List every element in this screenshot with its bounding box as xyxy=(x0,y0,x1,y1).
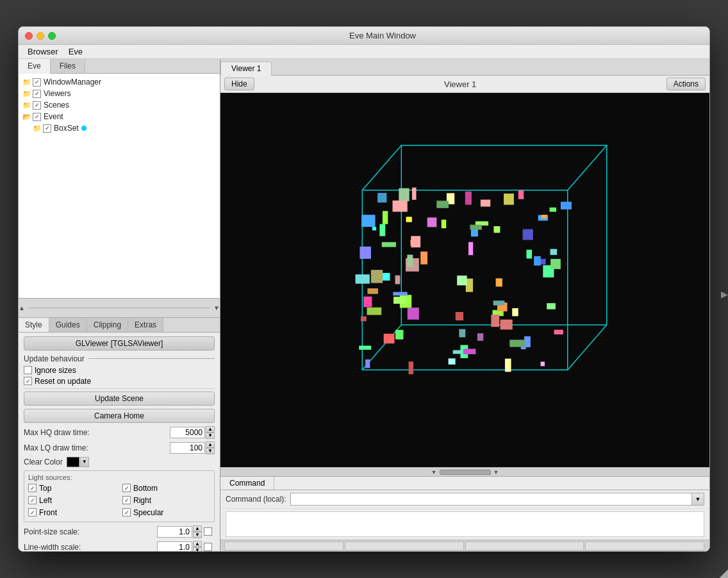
reset-on-update-checkbox[interactable] xyxy=(24,377,32,385)
max-hq-input[interactable] xyxy=(170,427,205,438)
clear-color-row: Clear Color ▼ xyxy=(24,457,215,467)
point-size-input[interactable] xyxy=(157,526,192,538)
minimize-button[interactable] xyxy=(37,32,44,40)
settings-tabs: Style Guides Clipping Extras xyxy=(19,318,220,333)
tree-checkbox-windowmanager[interactable] xyxy=(33,78,41,87)
tree-scroll-area: ▲ ▼ ▶ xyxy=(19,299,220,318)
settings-tab-guides[interactable]: Guides xyxy=(49,318,87,332)
clear-color-dropdown[interactable]: ▼ xyxy=(80,457,89,467)
command-dropdown-button[interactable]: ▼ xyxy=(691,493,704,506)
point-size-up[interactable]: ▲ xyxy=(193,525,202,532)
tree-item-event[interactable]: 📂 Event xyxy=(19,111,220,122)
max-lq-row: Max LQ draw time: ▲ ▼ xyxy=(24,442,215,454)
light-right-checkbox[interactable] xyxy=(122,496,131,504)
status-segment-3 xyxy=(465,541,584,550)
point-size-label: Point-size scale: xyxy=(24,527,157,536)
light-front-checkbox[interactable] xyxy=(28,508,37,516)
tab-eve[interactable]: Eve xyxy=(19,59,51,74)
ignore-sizes-checkbox[interactable] xyxy=(24,366,32,374)
point-size-down[interactable]: ▼ xyxy=(193,532,202,538)
right-panel: Viewer 1 Hide Viewer 1 Actions ▼ ▼ xyxy=(220,59,709,551)
point-size-row: Point-size scale: ▲ ▼ xyxy=(24,525,215,538)
point-size-checkbox[interactable] xyxy=(204,527,212,536)
max-lq-input[interactable] xyxy=(170,442,205,454)
tree-item-viewers[interactable]: 📁 Viewers xyxy=(19,88,220,99)
scrollbar-thumb[interactable] xyxy=(440,470,491,475)
tree-checkbox-event[interactable] xyxy=(33,113,41,121)
folder-icon: 📁 xyxy=(22,90,31,98)
viewer-title: Viewer 1 xyxy=(254,79,666,89)
tree-label-viewers: Viewers xyxy=(44,89,70,98)
settings-tab-extras[interactable]: Extras xyxy=(128,318,163,332)
main-content: Eve Files 📁 WindowManager 📁 Viewers 📁 xyxy=(19,59,709,551)
line-width-checkbox[interactable] xyxy=(204,543,212,551)
settings-tab-clipping[interactable]: Clipping xyxy=(87,318,128,332)
tab-files[interactable]: Files xyxy=(51,59,85,73)
left-panel: Eve Files 📁 WindowManager 📁 Viewers 📁 xyxy=(19,59,220,551)
max-hq-up[interactable]: ▲ xyxy=(206,426,215,433)
scroll-right-icon[interactable]: ▼ xyxy=(493,469,499,475)
clear-color-label: Clear Color xyxy=(24,458,63,467)
boxset-dot xyxy=(81,126,87,131)
tree-label-scenes: Scenes xyxy=(44,101,69,110)
light-specular-row: Specular xyxy=(122,508,210,517)
max-lq-up[interactable]: ▲ xyxy=(206,442,215,448)
viewer-tab-1[interactable]: Viewer 1 xyxy=(220,62,272,76)
tree-checkbox-boxset[interactable] xyxy=(43,124,51,133)
gl-viewer-button[interactable]: GLViewer [TGLSAViewer] xyxy=(24,336,215,351)
tree-item-windowmanager[interactable]: 📁 WindowManager xyxy=(19,76,220,88)
menu-bar: Browser Eve xyxy=(19,45,709,59)
tree-item-boxset[interactable]: 📁 BoxSet xyxy=(19,122,220,134)
light-left-row: Left xyxy=(28,496,116,505)
tree-checkbox-scenes[interactable] xyxy=(33,101,41,110)
tree-checkbox-viewers[interactable] xyxy=(33,90,41,98)
command-area: Command Command (local): ▼ xyxy=(220,476,709,540)
light-right-row: Right xyxy=(122,496,210,505)
maximize-button[interactable] xyxy=(48,32,56,40)
light-bottom-label: Bottom xyxy=(133,484,158,493)
light-sources-group: Light sources: Top Bottom xyxy=(24,470,215,522)
scroll-left-icon[interactable]: ▼ xyxy=(431,469,437,475)
hide-button[interactable]: Hide xyxy=(224,78,254,90)
window-title: Eve Main Window xyxy=(62,31,703,40)
max-hq-down[interactable]: ▼ xyxy=(206,433,215,439)
max-lq-down[interactable]: ▼ xyxy=(206,448,215,454)
divider-1 xyxy=(24,388,215,389)
line-width-up[interactable]: ▲ xyxy=(193,541,202,547)
line-width-down[interactable]: ▼ xyxy=(193,547,202,552)
command-local-input[interactable] xyxy=(290,493,692,506)
tree-view: 📁 WindowManager 📁 Viewers 📁 Scenes 📂 xyxy=(19,74,220,299)
folder-icon-open: 📂 xyxy=(22,113,31,121)
viewer-scrollbar[interactable]: ▼ ▼ xyxy=(220,467,709,476)
settings-tab-style[interactable]: Style xyxy=(19,318,49,332)
close-button[interactable] xyxy=(25,32,33,40)
light-top-checkbox[interactable] xyxy=(28,484,37,492)
camera-home-button[interactable]: Camera Home xyxy=(24,409,215,423)
clear-color-swatch[interactable] xyxy=(67,457,79,467)
folder-icon: 📁 xyxy=(22,101,31,110)
line-width-input[interactable] xyxy=(157,541,192,552)
scroll-up-icon[interactable]: ▲ xyxy=(19,304,25,311)
light-left-checkbox[interactable] xyxy=(28,496,37,504)
light-bottom-checkbox[interactable] xyxy=(122,484,131,492)
max-hq-spinner: ▲ ▼ xyxy=(206,426,215,439)
menu-eve[interactable]: Eve xyxy=(63,45,88,58)
folder-icon: 📁 xyxy=(22,78,31,87)
scroll-down-icon[interactable]: ▼ xyxy=(213,304,220,311)
menu-browser[interactable]: Browser xyxy=(22,45,63,58)
actions-button[interactable]: Actions xyxy=(666,78,706,90)
update-behaviour-label: Update behaviour xyxy=(24,354,85,363)
update-scene-button[interactable]: Update Scene xyxy=(24,392,215,406)
tree-label-windowmanager: WindowManager xyxy=(44,78,101,87)
line-width-label: Line-width scale: xyxy=(24,543,157,552)
ignore-sizes-label: Ignore sizes xyxy=(35,366,76,375)
line-width-row: Line-width scale: ▲ ▼ xyxy=(24,541,215,552)
max-hq-label: Max HQ draw time: xyxy=(24,428,170,437)
light-specular-checkbox[interactable] xyxy=(122,508,131,516)
tree-item-scenes[interactable]: 📁 Scenes xyxy=(19,99,220,111)
max-hq-row: Max HQ draw time: ▲ ▼ xyxy=(24,426,215,439)
viewer-canvas[interactable] xyxy=(220,93,709,467)
command-tab[interactable]: Command xyxy=(220,477,274,490)
viewer-toolbar: Hide Viewer 1 Actions xyxy=(220,76,709,93)
command-output xyxy=(226,511,704,537)
